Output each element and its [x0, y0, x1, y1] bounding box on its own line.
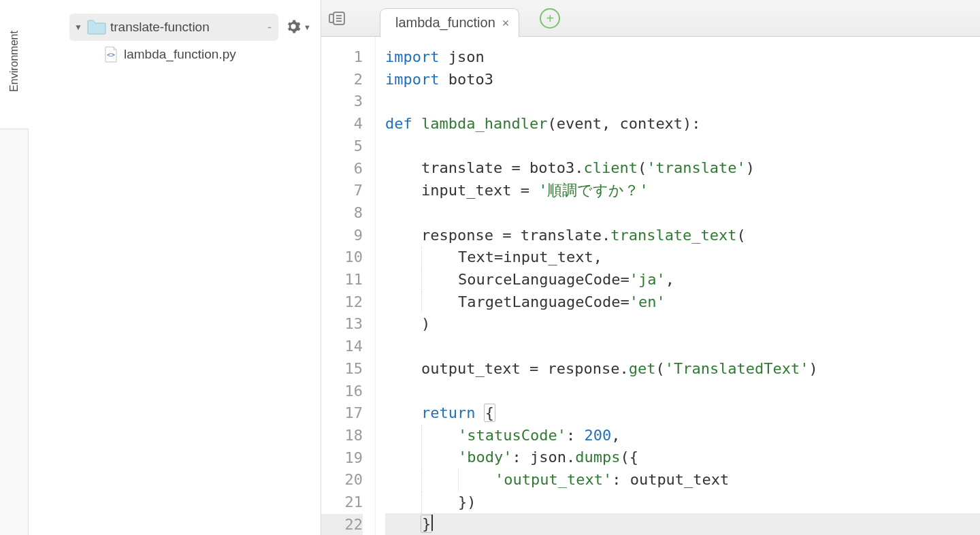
folder-icon	[87, 20, 106, 35]
editor-tabbar: lambda_function × +	[321, 0, 980, 37]
environment-side-tab-active[interactable]: Environment	[0, 0, 29, 129]
line-number-gutter: 12345678910111213141516171819202122	[321, 37, 376, 535]
tab-scroll-icon[interactable]	[328, 11, 346, 26]
svg-text:<>: <>	[107, 51, 115, 59]
caret-down-icon: ▼	[304, 23, 311, 31]
caret-down-icon[interactable]: ▼	[72, 22, 84, 32]
tree-root-folder[interactable]: ▼ translate-function -	[69, 14, 278, 41]
new-tab-button[interactable]: +	[540, 8, 560, 29]
tree-settings-button[interactable]: ▼	[286, 14, 311, 41]
editor-tab-active[interactable]: lambda_function ×	[380, 8, 519, 37]
tree-root-label: translate-function	[110, 20, 263, 35]
environment-side-tab[interactable]: Environment	[0, 0, 29, 535]
code-editor[interactable]: 12345678910111213141516171819202122 impo…	[321, 37, 980, 535]
editor-area: lambda_function × + 12345678910111213141…	[321, 0, 980, 535]
tree-root-dash: -	[267, 20, 272, 35]
editor-tab-label: lambda_function	[395, 15, 495, 31]
svg-rect-2	[329, 14, 333, 22]
plus-icon: +	[546, 12, 554, 25]
code-content[interactable]: import jsonimport boto3 def lambda_handl…	[376, 37, 980, 535]
gear-icon	[286, 19, 301, 36]
close-icon[interactable]: ×	[502, 17, 510, 29]
python-file-icon: <>	[103, 46, 118, 63]
tree-file-item[interactable]: <> lambda_function.py	[103, 41, 321, 68]
environment-label: Environment	[8, 31, 20, 92]
tree-file-label: lambda_function.py	[124, 47, 236, 62]
file-tree-panel: ▼ translate-function - <> lambda_functio…	[29, 0, 321, 535]
